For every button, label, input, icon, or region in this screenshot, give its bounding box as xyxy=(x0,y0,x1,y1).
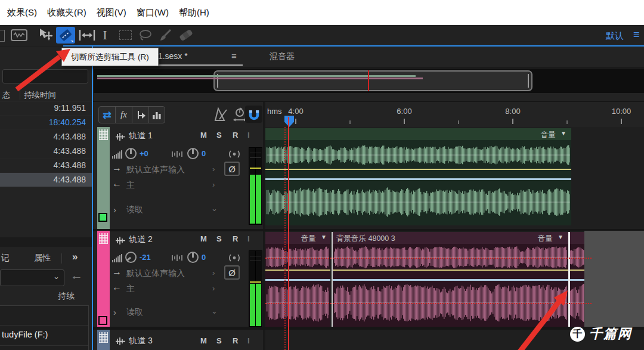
input-monitor-button[interactable]: I xyxy=(247,234,250,243)
tab-mixer[interactable]: 混音器 xyxy=(270,51,295,62)
clip-header-band[interactable] xyxy=(570,232,584,244)
list-item[interactable] xyxy=(0,306,88,326)
track2-color-strip[interactable] xyxy=(97,231,110,333)
routing-button[interactable] xyxy=(132,107,149,123)
track1-name[interactable]: 轨道 1 xyxy=(129,131,153,141)
record-arm-button[interactable]: R xyxy=(233,234,238,243)
metering-button[interactable] xyxy=(149,107,165,123)
track2-automation-mode[interactable]: 读取 xyxy=(126,307,143,318)
track1-volume-knob[interactable] xyxy=(125,148,137,159)
record-arm-button[interactable]: R xyxy=(233,336,238,345)
playhead-line[interactable] xyxy=(288,117,289,350)
file-row[interactable]: 4:43.488 xyxy=(0,144,92,159)
more-panels-chevron[interactable]: » xyxy=(72,251,78,263)
menu-view[interactable]: 视图(V) xyxy=(97,7,126,18)
menu-help[interactable]: 帮助(H) xyxy=(179,7,209,18)
track2-volume-knob[interactable] xyxy=(125,252,137,263)
razor-tool-button[interactable] xyxy=(56,27,75,44)
mute-button[interactable]: M xyxy=(200,131,207,140)
track1-input-selector[interactable]: 默认立体声输入 xyxy=(126,165,185,175)
tab-properties[interactable]: 属性 xyxy=(34,253,51,264)
menu-favorites[interactable]: 收藏夹(R) xyxy=(47,7,86,18)
file-row[interactable]: 9:11.951 xyxy=(0,101,92,116)
clip-volume-label[interactable]: 音量 xyxy=(301,234,316,244)
track2-phase-button[interactable]: Ø xyxy=(224,265,240,280)
time-selection-tool-button[interactable]: I xyxy=(98,27,112,44)
record-arm-button[interactable]: R xyxy=(233,131,238,140)
input-monitor-button[interactable]: I xyxy=(247,131,250,140)
workspace-menu-icon[interactable]: ≡ xyxy=(633,29,640,41)
viewport-right-handle[interactable] xyxy=(528,74,529,88)
effects-rack-button[interactable]: fx xyxy=(116,107,132,123)
clip-volume-label[interactable]: 音量 xyxy=(538,234,553,244)
track1-volume-value[interactable]: +0 xyxy=(140,149,148,158)
slip-tool-button[interactable] xyxy=(78,27,97,44)
move-tool-button[interactable] xyxy=(37,27,55,44)
track1-color-strip[interactable] xyxy=(97,127,110,230)
tab-markers[interactable]: 记 xyxy=(1,253,10,264)
navigator-viewport[interactable] xyxy=(213,70,532,91)
brush-tool-button[interactable] xyxy=(157,27,175,44)
menu-window[interactable]: 窗口(W) xyxy=(137,7,169,18)
track2-pan-value[interactable]: 0 xyxy=(202,253,206,262)
files-column-status[interactable]: 态 xyxy=(2,90,11,101)
panel-menu-icon[interactable]: ≡ xyxy=(231,51,237,61)
marquee-tool-button[interactable] xyxy=(116,27,134,44)
track2-clip-a[interactable]: 音量 ▼ xyxy=(265,232,330,327)
solo-button[interactable]: S xyxy=(216,234,222,243)
clip-name[interactable]: 背景音乐 48000 3 xyxy=(336,234,395,244)
track2-output-selector[interactable]: 主 xyxy=(126,284,135,295)
volume-envelope-line[interactable] xyxy=(265,169,571,170)
file-row-selected[interactable]: 4:43.488 xyxy=(0,173,92,187)
track1-clip[interactable]: 音量 ▼ xyxy=(265,128,571,225)
track1-pan-knob[interactable] xyxy=(187,148,199,159)
volume-envelope-line[interactable] xyxy=(265,270,330,271)
track3-color-strip[interactable] xyxy=(97,330,110,350)
tri-down-icon[interactable]: ▼ xyxy=(321,234,327,240)
track1-status-square[interactable] xyxy=(98,213,107,222)
file-row[interactable]: 4:43.488 xyxy=(0,159,92,173)
waveform-view-icon xyxy=(11,29,27,41)
spot-healing-tool-button[interactable] xyxy=(177,27,195,44)
volume-envelope-line[interactable] xyxy=(570,270,584,271)
track1-phase-button[interactable]: Ø xyxy=(224,162,240,176)
timeline-ruler[interactable]: hms 4:00 6:00 8:00 10:00 xyxy=(265,102,644,127)
track1-output-selector[interactable]: 主 xyxy=(126,180,135,191)
track2-volume-value[interactable]: -21 xyxy=(140,253,151,262)
track2-status-square[interactable] xyxy=(98,316,107,325)
tri-down-icon[interactable]: ▼ xyxy=(561,130,566,137)
lasso-tool-button[interactable] xyxy=(137,27,154,44)
clip-header-band[interactable]: 音量 ▼ xyxy=(265,128,571,140)
zoom-navigator[interactable] xyxy=(94,69,644,93)
menu-effects[interactable]: 效果(S) xyxy=(7,7,37,18)
mute-button[interactable]: M xyxy=(200,234,207,243)
clip-header-band[interactable]: 背景音乐 48000 3 音量 ▼ xyxy=(333,232,568,244)
track3-name[interactable]: 轨道 3 xyxy=(129,336,153,346)
track1-automation-mode[interactable]: 读取 xyxy=(126,205,143,215)
waveform-view-button[interactable] xyxy=(10,27,29,44)
preset-dropdown[interactable]: ⌄ xyxy=(0,270,64,286)
tri-down-icon[interactable]: ▼ xyxy=(558,234,564,240)
expand-chevron-icon[interactable]: › xyxy=(113,307,116,317)
track2-name[interactable]: 轨道 2 xyxy=(129,234,153,245)
clip-header-band[interactable]: 音量 ▼ xyxy=(265,232,330,244)
list-item-drive[interactable]: tudyFile (F:) xyxy=(0,325,88,346)
solo-button[interactable]: S xyxy=(216,336,222,345)
clip-volume-label[interactable]: 音量 xyxy=(541,130,556,140)
waveform-multitrack-toggle[interactable]: ⇄ xyxy=(99,107,116,123)
track1-pan-value[interactable]: 0 xyxy=(202,149,206,158)
file-row[interactable]: 18:40.254 xyxy=(0,116,92,130)
input-monitor-button[interactable]: I xyxy=(247,336,250,345)
track2-input-selector[interactable]: 默认立体声输入 xyxy=(126,268,185,279)
back-arrow-icon[interactable]: ← xyxy=(70,268,83,283)
expand-chevron-icon[interactable]: › xyxy=(113,205,116,215)
snap-toggle-button[interactable] xyxy=(245,106,262,123)
time-format-label[interactable]: hms xyxy=(267,107,282,116)
track2-pan-knob[interactable] xyxy=(187,252,199,263)
file-row[interactable]: 4:43.488 xyxy=(0,130,92,144)
metronome-button[interactable] xyxy=(213,107,229,125)
workspace-selector[interactable]: 默认 xyxy=(606,30,624,42)
volume-envelope-line[interactable] xyxy=(333,270,568,271)
solo-button[interactable]: S xyxy=(216,131,222,140)
mute-button[interactable]: M xyxy=(200,336,207,345)
